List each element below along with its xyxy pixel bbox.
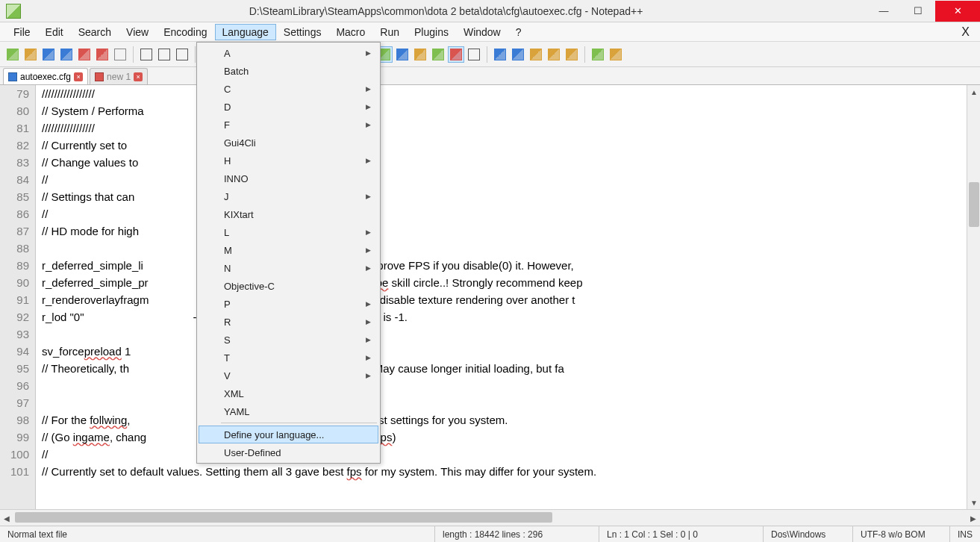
vertical-scrollbar[interactable]: ▲ ▼ [967,85,980,509]
code-line[interactable]: sv_forcepreload 1 l : 1 // Default : 0 [36,343,967,360]
code-area[interactable]: /////////////////// System / Performa///… [36,85,967,509]
tab-close-icon[interactable]: × [74,72,83,81]
code-line[interactable]: r_deferred_simple_pr / Default : 1 // 0 … [36,274,967,291]
menu-window[interactable]: Window [456,24,508,40]
language-menu-item[interactable]: Gui4Cli [199,134,378,152]
code-line[interactable]: // Currently set to default values. Sett… [36,463,967,480]
code-line[interactable]: // [36,446,967,463]
code-line[interactable]: // Settings that can ot listed here! [36,188,967,205]
spell-next-icon[interactable] [608,46,624,63]
menu-view[interactable]: View [119,24,156,40]
close-document-button[interactable]: X [957,25,974,39]
horizontal-scrollbar[interactable]: ◀ ▶ [0,509,980,526]
save-icon[interactable] [40,46,57,63]
scroll-up-icon[interactable]: ▲ [967,85,980,99]
print-icon[interactable] [112,46,128,63]
code-line[interactable] [36,377,967,394]
udl-icon[interactable] [430,46,446,63]
language-menu-item[interactable]: N [199,259,378,277]
code-line[interactable] [36,394,967,411]
code-line[interactable] [36,325,967,343]
menu-edit[interactable]: Edit [38,24,71,40]
close-icon[interactable] [76,46,93,63]
language-menu-item[interactable]: M [199,241,378,259]
menu-language[interactable]: Language [215,24,276,40]
status-insert-mode: INS [950,526,980,542]
code-line[interactable]: // [36,205,967,222]
language-menu-item[interactable]: A [199,44,378,62]
show-all-icon[interactable] [394,46,411,63]
minimize-button[interactable]: — [867,1,901,22]
open-icon[interactable] [22,46,39,63]
code-line[interactable]: r_renderoverlayfragm timal : 0 // Defaul… [36,291,967,308]
tab-label: autoexec.cfg [20,72,71,82]
language-menu-item[interactable]: D [199,98,378,116]
menu-settings[interactable]: Settings [276,24,329,40]
language-menu-item[interactable]: Batch [199,62,378,80]
language-menu-item[interactable]: YAML [199,402,378,420]
play-macro-icon[interactable] [528,46,544,63]
code-line[interactable]: ///////////////// [36,119,967,137]
save-all-icon[interactable] [58,46,75,63]
code-line[interactable]: // System / Performa [36,102,967,119]
menu-search[interactable]: Search [71,24,119,40]
close-all-icon[interactable] [94,46,110,63]
horizontal-scroll-thumb[interactable] [15,512,552,523]
file-tab[interactable]: new 1× [90,68,148,84]
code-line[interactable]: // For the follwing, nd with the numbers… [36,411,967,429]
menu-macro[interactable]: Macro [328,24,372,40]
language-menu-item[interactable]: INNO [199,169,378,187]
close-button[interactable]: ✕ [935,1,980,22]
indent-guide-icon[interactable] [412,46,428,63]
language-menu-item[interactable]: Objective-C [199,277,378,295]
menu-file[interactable]: File [6,24,38,40]
vertical-scroll-thumb[interactable] [969,182,979,227]
language-menu-item[interactable]: KIXtart [199,205,378,223]
cut-icon[interactable] [138,46,155,63]
code-line[interactable] [36,240,967,257]
play-multi-icon[interactable] [546,46,562,63]
stop-macro-icon[interactable] [510,46,526,63]
code-line[interactable]: // (Go ingame, chang F8 and reload the s… [36,429,967,446]
code-line[interactable]: r_deferred_simple_li timal : 0 // Defaul… [36,257,967,274]
language-menu-item[interactable]: F [199,116,378,134]
menu-[interactable]: ? [508,24,529,40]
language-menu-item[interactable]: H [199,152,378,169]
scroll-down-icon[interactable]: ▼ [967,496,980,509]
code-line[interactable]: // HD mode for high s to default values … [36,222,967,240]
code-line[interactable]: ///////////////// [36,85,967,102]
func-list-icon[interactable] [466,46,482,63]
scroll-left-icon[interactable]: ◀ [0,510,13,526]
record-macro-icon[interactable] [492,46,508,63]
code-line[interactable]: // Theoretically, th rver to preload the… [36,360,967,377]
language-menu-item[interactable]: J [199,187,378,205]
copy-icon[interactable] [156,46,172,63]
language-menu-item[interactable]: P [199,295,378,313]
code-line[interactable]: // Currently set to . [36,137,967,154]
menu-run[interactable]: Run [372,24,407,40]
new-file-icon[interactable] [4,46,21,63]
language-menu-item[interactable]: Define your language... [199,426,378,443]
language-menu-item[interactable]: V [199,367,378,384]
menu-plugins[interactable]: Plugins [407,24,456,40]
tab-close-icon[interactable]: × [134,72,143,81]
line-number: 90 [0,274,29,291]
language-menu-item[interactable]: T [199,349,378,367]
code-line[interactable]: // [36,171,967,188]
language-menu-item[interactable]: R [199,313,378,331]
code-line[interactable]: // Change values to fer crashes. [36,154,967,171]
menu-encoding[interactable]: Encoding [156,24,214,40]
doc-map-icon[interactable] [448,46,464,63]
maximize-button[interactable]: ☐ [901,1,935,22]
file-tab[interactable]: autoexec.cfg× [3,68,88,84]
spell-check-icon[interactable] [590,46,606,63]
language-menu-item[interactable]: XML [199,384,378,402]
code-line[interactable]: r_lod "0" -1 // High quality textures : … [36,308,967,325]
paste-icon[interactable] [174,46,190,63]
language-menu-item[interactable]: L [199,223,378,241]
language-menu-item[interactable]: S [199,331,378,349]
save-macro-icon[interactable] [564,46,580,63]
scroll-right-icon[interactable]: ▶ [967,510,980,526]
language-menu-item[interactable]: User-Defined [199,443,378,461]
language-menu-item[interactable]: C [199,80,378,98]
